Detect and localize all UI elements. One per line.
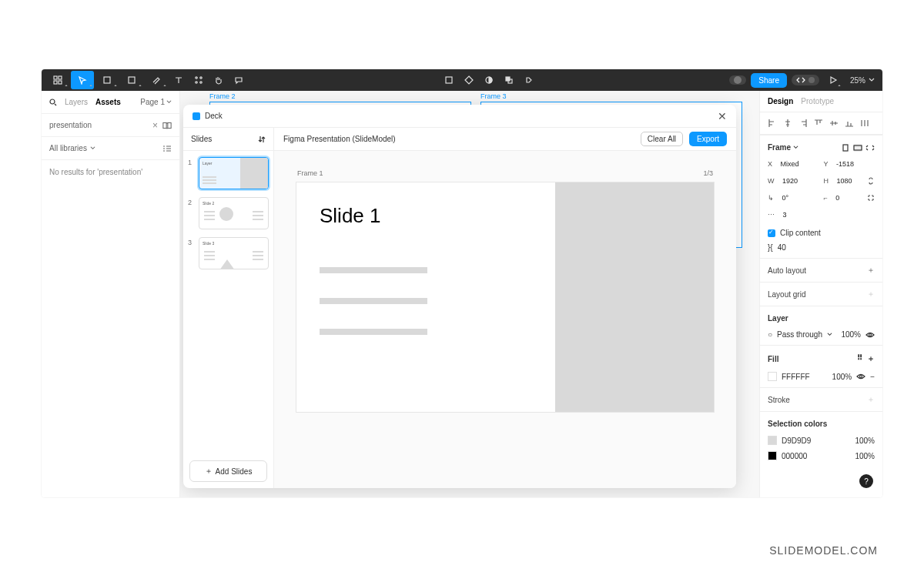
svg-point-9 — [200, 82, 202, 83]
tab-prototype[interactable]: Prototype — [801, 97, 834, 105]
align-left-icon[interactable] — [766, 117, 778, 129]
tab-layers[interactable]: Layers — [65, 98, 88, 106]
frame-name: Frame 1 — [297, 169, 323, 177]
book-icon[interactable] — [162, 122, 172, 129]
align-vcenter-icon[interactable] — [828, 117, 840, 129]
share-button[interactable]: Share — [751, 73, 787, 88]
frame-tool[interactable] — [95, 71, 119, 89]
figma-menu-button[interactable] — [46, 71, 69, 89]
list-view-icon[interactable] — [162, 145, 172, 152]
top-toolbar: Share 25% — [42, 69, 882, 91]
blend-mode[interactable]: ○Pass through 100% — [760, 327, 882, 342]
close-button[interactable]: ✕ — [718, 111, 727, 122]
alignment-controls — [760, 112, 882, 135]
frame-label[interactable]: Frame 2 — [209, 92, 236, 100]
svg-point-18 — [860, 376, 862, 378]
left-panel: Layers Assets Page 1 presentation × All … — [42, 91, 180, 497]
add-fill-icon[interactable]: ＋ — [867, 353, 875, 364]
slide-preview: Figma Presentation (SlideModel) Clear Al… — [274, 128, 736, 488]
sel-color-row[interactable]: 000000100% — [760, 448, 882, 463]
rotation-field[interactable]: ↳ 0° — [768, 190, 819, 206]
svg-point-8 — [196, 82, 197, 83]
eye-icon[interactable] — [856, 373, 865, 380]
export-button[interactable]: Export — [689, 132, 727, 146]
distribute-icon[interactable] — [859, 117, 871, 129]
selection-colors-section: Selection colors — [768, 420, 827, 428]
svg-rect-10 — [446, 77, 452, 83]
text-tool[interactable] — [169, 71, 188, 89]
page-dropdown[interactable]: Page 1 — [140, 98, 172, 106]
resize-landscape-icon[interactable] — [853, 144, 862, 152]
comment-tool[interactable] — [229, 71, 248, 89]
eye-icon[interactable] — [865, 331, 875, 339]
move-tool[interactable] — [71, 71, 94, 89]
slide-thumb-1[interactable]: 1 Layer — [188, 157, 269, 189]
stroke-row[interactable]: Stroke＋ — [760, 391, 882, 408]
deck-title: Deck — [205, 112, 223, 120]
y-field[interactable]: Y -1518 — [824, 156, 875, 172]
boolean-icon[interactable] — [500, 71, 518, 89]
x-field[interactable]: X Mixed — [768, 156, 819, 172]
present-button[interactable] — [824, 71, 842, 89]
sort-icon[interactable] — [258, 135, 266, 143]
link-wh-icon[interactable] — [867, 177, 875, 185]
canvas[interactable]: Frame 2 Frame 3 Deck ✕ Slides — [180, 91, 759, 497]
align-right-icon[interactable] — [797, 117, 809, 129]
component-icon[interactable] — [440, 71, 458, 89]
slide-counter: 1/3 — [703, 169, 713, 177]
slide-thumb-2[interactable]: 2 Slide 2 — [188, 197, 269, 229]
gap-field[interactable]: ⋯ 3 — [768, 207, 819, 222]
constraint-field[interactable]: }{40 — [760, 240, 882, 255]
slide-title-text: Slide 1 — [320, 204, 381, 228]
dev-ready-icon[interactable] — [520, 71, 538, 89]
auto-layout-row[interactable]: Auto layout＋ — [760, 262, 882, 279]
align-top-icon[interactable] — [812, 117, 825, 129]
dev-mode-toggle[interactable] — [792, 75, 819, 85]
svg-rect-0 — [54, 76, 57, 79]
frame-dropdown[interactable]: Frame — [768, 143, 798, 152]
resources-tool[interactable] — [189, 71, 208, 89]
hand-tool[interactable] — [209, 71, 228, 89]
assets-search-input[interactable]: presentation — [49, 121, 148, 129]
svg-rect-5 — [129, 77, 135, 83]
clear-search-icon[interactable]: × — [152, 120, 158, 131]
fill-row[interactable]: FFFFFF 100% − — [760, 369, 882, 384]
h-field[interactable]: H 1080 — [824, 173, 875, 189]
slides-header-label: Slides — [191, 135, 212, 143]
remove-fill-icon[interactable]: − — [870, 373, 875, 381]
right-panel: Design Prototype Frame — [759, 91, 882, 497]
mask-icon[interactable] — [480, 71, 498, 89]
radius-field[interactable]: ⌐ 0 — [824, 190, 875, 206]
align-hcenter-icon[interactable] — [782, 117, 794, 129]
tab-design[interactable]: Design — [768, 97, 793, 105]
svg-point-14 — [50, 99, 55, 104]
sel-color-row[interactable]: D9D9D9100% — [760, 433, 882, 448]
style-icon[interactable]: ⠿ — [857, 353, 862, 364]
svg-rect-15 — [843, 145, 848, 151]
w-field[interactable]: W 1920 — [768, 173, 819, 189]
pen-tool[interactable] — [145, 71, 168, 89]
tab-assets[interactable]: Assets — [95, 98, 121, 106]
avatar-pill[interactable] — [729, 75, 746, 85]
svg-rect-16 — [854, 146, 862, 150]
clip-content-checkbox[interactable]: Clip content — [760, 226, 882, 240]
help-button[interactable]: ? — [859, 474, 873, 488]
add-slides-button[interactable]: ＋Add Slides — [189, 460, 267, 482]
clear-all-button[interactable]: Clear All — [641, 132, 683, 146]
indep-corners-icon[interactable] — [867, 194, 875, 202]
resize-portrait-icon[interactable] — [841, 144, 850, 152]
deck-modal: Deck ✕ Slides 1 Layer — [183, 105, 736, 488]
resize-fit-icon[interactable] — [865, 144, 875, 152]
svg-rect-1 — [59, 76, 62, 79]
variants-icon[interactable] — [460, 71, 478, 89]
layout-grid-row[interactable]: Layout grid＋ — [760, 286, 882, 303]
svg-rect-4 — [104, 77, 110, 83]
svg-point-7 — [200, 77, 202, 79]
libraries-dropdown[interactable]: All libraries — [49, 144, 87, 152]
align-bottom-icon[interactable] — [843, 117, 855, 129]
svg-rect-3 — [59, 81, 62, 84]
slide-thumb-3[interactable]: 3 Slide 3 — [188, 237, 269, 269]
zoom-dropdown[interactable]: 25% — [847, 76, 878, 85]
shape-tool[interactable] — [120, 71, 143, 89]
frame-label[interactable]: Frame 3 — [480, 92, 507, 100]
